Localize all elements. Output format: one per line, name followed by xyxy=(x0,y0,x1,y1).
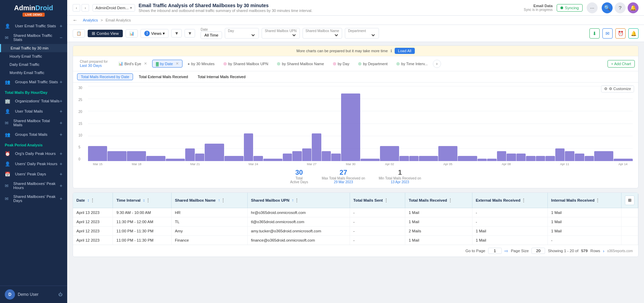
sidebar-item-groups-total-mails[interactable]: 👥 Groups Total Mails + xyxy=(0,129,67,140)
bar-11-1[interactable] xyxy=(312,133,321,161)
filter-options-button[interactable]: ▼ xyxy=(185,29,195,38)
department-select[interactable] xyxy=(348,33,376,38)
bar-23-1[interactable] xyxy=(545,156,555,161)
shared-mailbox-upn-select[interactable] xyxy=(265,33,296,38)
sidebar-item-user-email-traffic[interactable]: 👤 User Email Traffic Stats + xyxy=(0,21,67,31)
shared-mailbox-name-select[interactable] xyxy=(306,33,339,38)
combo-view-button[interactable]: ⊞ Combo View xyxy=(88,30,123,37)
bar-12-0[interactable] xyxy=(322,151,331,161)
download-button[interactable]: ⬇ xyxy=(589,28,600,39)
close-icon-2[interactable]: ✕ xyxy=(176,61,179,66)
bar-13-0[interactable] xyxy=(341,93,360,161)
col-options-sent[interactable]: ⋮ xyxy=(384,198,388,202)
col-options-received[interactable]: ⋮ xyxy=(448,198,452,202)
bar-8-0[interactable] xyxy=(244,133,253,161)
bar-5-0[interactable] xyxy=(185,148,195,161)
pagination-page-input[interactable] xyxy=(488,248,502,254)
sidebar-item-daily-email-traffic[interactable]: Daily Email Traffic xyxy=(0,60,67,69)
bar-6-0[interactable] xyxy=(205,144,224,161)
sidebar-item-users-daily-peak[interactable]: 👤 Users' Daily Peak Hours + xyxy=(0,159,67,169)
sidebar-item-monthly-email-traffic[interactable]: Monthly Email Traffic xyxy=(0,69,67,77)
views-button[interactable]: 3 Views ▾ xyxy=(141,29,169,38)
chart-period-link[interactable]: Last 30 Days xyxy=(80,63,108,68)
stat-link-max[interactable]: 29 Mar 2023 xyxy=(334,180,353,184)
tab-birds-eye[interactable]: 📊 Bird's Eye ✕ xyxy=(115,60,151,68)
tab-by-mailbox-upn[interactable]: ◎ by Shared Mailbox UPN xyxy=(220,60,272,68)
tab-by-time[interactable]: ◎ by Time Interv... xyxy=(393,60,431,68)
bar-14-0[interactable] xyxy=(361,159,380,161)
bar-16-1[interactable] xyxy=(409,156,419,161)
schedule-button[interactable]: ⏰ xyxy=(615,28,626,39)
sort-icon-date[interactable]: ↕ xyxy=(87,198,89,202)
department-dropdown[interactable]: Department xyxy=(345,28,379,39)
bar-4-0[interactable] xyxy=(166,159,185,161)
bar-7-0[interactable] xyxy=(224,156,244,161)
email-report-button[interactable]: ✉ xyxy=(602,28,613,39)
bar-10-0[interactable] xyxy=(283,154,292,161)
sidebar-item-shared-mailboxes-peak-hours[interactable]: ✉ Shared Mailboxes' Peak Hours + xyxy=(0,179,67,192)
bar-23-0[interactable] xyxy=(536,156,545,161)
bar-26-0[interactable] xyxy=(594,151,613,161)
help-button[interactable]: ? xyxy=(615,2,626,13)
back-button[interactable]: ← xyxy=(73,17,77,23)
day-select[interactable] xyxy=(228,33,256,38)
filter-button[interactable]: ▼ xyxy=(171,29,182,38)
pagination-size-input[interactable] xyxy=(531,248,545,254)
bar-20-1[interactable] xyxy=(487,159,497,161)
day-dropdown[interactable]: Day xyxy=(225,28,259,39)
date-value[interactable]: All Time xyxy=(201,31,222,39)
breadcrumb-selector[interactable]: AdminDroid Dem... ▾ xyxy=(92,4,135,12)
add-chart-button[interactable]: + Add Chart xyxy=(608,60,635,68)
sidebar-item-shared-mailboxes-peak-days[interactable]: ✉ Shared Mailboxes' Peak Days + xyxy=(0,192,67,205)
tab-by-date[interactable]: ▓ by Date ✕ xyxy=(152,60,182,68)
filter-tab-external[interactable]: Total External Mails Received xyxy=(135,73,192,80)
sidebar-item-users-peak-days[interactable]: 📅 Users' Peak Days + xyxy=(0,169,67,179)
sidebar-item-hourly-email-traffic[interactable]: Hourly Email Traffic xyxy=(0,52,67,60)
shared-mailbox-name-dropdown[interactable]: Shared Mailbox Name xyxy=(303,28,342,39)
sidebar-item-user-total-mails[interactable]: 👤 User Total Mails + xyxy=(0,106,67,116)
bar-5-1[interactable] xyxy=(195,154,205,161)
sort-icon-time[interactable]: ↕ xyxy=(143,198,145,202)
analytics-link[interactable]: Analytics xyxy=(83,18,98,22)
col-options-time[interactable]: ⋮ xyxy=(146,198,150,202)
sidebar-item-shared-mailbox-traffic[interactable]: ✉ Shared Mailbox Traffic Stats − xyxy=(0,31,67,44)
stat-link-min[interactable]: 13 Apr 2023 xyxy=(391,180,409,184)
bar-25-1[interactable] xyxy=(585,156,594,161)
bar-2-0[interactable] xyxy=(127,151,146,161)
close-icon[interactable]: ✕ xyxy=(144,61,147,66)
more-options-button[interactable]: ··· xyxy=(587,2,598,13)
bar-21-1[interactable] xyxy=(507,154,516,161)
sidebar-item-org-total-mails[interactable]: 🏢 Organizations' Total Mails + xyxy=(0,96,67,106)
bar-15-0[interactable] xyxy=(380,146,399,161)
col-options-name[interactable]: ⋮ xyxy=(221,198,225,202)
col-options-external[interactable]: ⋮ xyxy=(522,198,526,202)
load-all-button[interactable]: Load All xyxy=(395,48,415,54)
column-selector-button[interactable]: ⊞ xyxy=(625,196,634,205)
shared-mailbox-upn-dropdown[interactable]: Shared Mailbox UPN xyxy=(262,28,299,39)
sidebar-item-email-traffic-30min[interactable]: Email Traffic by 30 min xyxy=(0,44,67,52)
tab-by-day[interactable]: ◎ by Day xyxy=(329,60,353,68)
sidebar-item-org-daily-peak[interactable]: ⏰ Org's Daily Peak Hours + xyxy=(0,148,67,159)
chart-scroll-right[interactable]: › xyxy=(433,60,441,68)
sidebar-item-groups-mail-traffic[interactable]: 👥 Groups Mail Traffic Stats + xyxy=(0,77,67,87)
bar-21-0[interactable] xyxy=(497,151,507,161)
th-col-selector[interactable]: ⊞ xyxy=(621,193,638,208)
sidebar-item-shared-mailbox-total-mails[interactable]: ✉ Shared Mailbox Total Mails + xyxy=(0,116,67,129)
sync-button[interactable]: Syncing xyxy=(557,4,583,12)
pagination-next-button[interactable]: › xyxy=(603,248,604,254)
tab-by-30min[interactable]: ● by 30 Minutes xyxy=(184,60,218,68)
bar-0-0[interactable] xyxy=(88,146,107,161)
bar-10-1[interactable] xyxy=(292,151,302,161)
bar-22-0[interactable] xyxy=(516,154,526,161)
bar-24-0[interactable] xyxy=(555,148,565,161)
sort-icon-upn[interactable]: ↑ xyxy=(292,198,294,202)
bar-9-0[interactable] xyxy=(263,159,282,161)
col-options-date[interactable]: ⋮ xyxy=(90,198,94,202)
nav-back-button[interactable]: ‹ xyxy=(73,4,80,12)
chart-view-button[interactable]: 📊 xyxy=(126,29,138,38)
sort-icon-name[interactable]: ↑ xyxy=(218,198,220,202)
bar-17-0[interactable] xyxy=(419,156,438,161)
tab-by-dept[interactable]: ◎ by Department xyxy=(354,60,391,68)
bar-20-0[interactable] xyxy=(478,159,487,161)
bar-8-1[interactable] xyxy=(253,156,263,161)
